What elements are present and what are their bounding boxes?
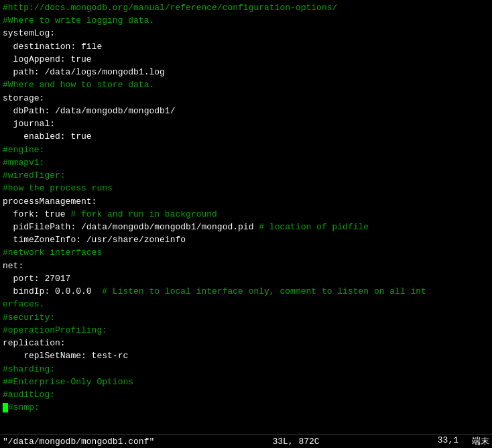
line-4: destination: file [3, 40, 489, 53]
status-cursor-position: 33,1 [438, 435, 458, 447]
line-13: #mmapv1: [3, 156, 489, 169]
line-22: port: 27017 [3, 272, 489, 285]
line-12: #engine: [3, 144, 489, 156]
line-15: #how the process runs [3, 182, 489, 194]
line-5: logAppend: true [3, 53, 489, 66]
line-27: replication: [3, 337, 489, 349]
line-18: pidFilePath: /data/mongodb/mongodb1/mong… [3, 221, 489, 233]
line-3: systemLog: [3, 27, 489, 40]
status-right-group: 33,1 端末 [438, 435, 489, 447]
line-11: enabled: true [3, 130, 489, 143]
status-mode: 端末 [472, 435, 489, 447]
line-21: net: [3, 260, 489, 272]
line-9: dbPath: /data/mongodb/mongodb1/ [3, 105, 489, 117]
line-2: #Where to write logging data. [3, 14, 489, 27]
line-32: #snmp: [3, 401, 489, 414]
line-19: timeZoneInfo: /usr/share/zoneinfo [3, 233, 489, 246]
line-7: #Where and how to store data. [3, 78, 489, 91]
line-29: #sharding: [3, 363, 489, 376]
status-bar: "/data/mongodb/mongodb1.conf" 33L, 872C … [0, 434, 492, 448]
line-14: #wiredTiger: [3, 169, 489, 182]
line-10: journal: [3, 117, 489, 130]
line-6: path: /data/logs/mongodb1.log [3, 66, 489, 78]
line-8: storage: [3, 92, 489, 105]
line-1: #http://docs.mongodb.org/manual/referenc… [3, 1, 489, 14]
status-lines-chars: 33L, 872C [272, 437, 319, 447]
editor-content[interactable]: #http://docs.mongodb.org/manual/referenc… [0, 0, 492, 434]
line-23: bindIp: 0.0.0.0 # Listen to local interf… [3, 285, 489, 298]
line-30: ##Enterprise-Only Options [3, 376, 489, 388]
editor-window: #http://docs.mongodb.org/manual/referenc… [0, 0, 492, 448]
line-20: #network interfaces [3, 246, 489, 259]
status-filename: "/data/mongodb/mongodb1.conf" [3, 437, 154, 447]
line-31: #auditLog: [3, 388, 489, 401]
line-16: processManagement: [3, 195, 489, 208]
line-25: #security: [3, 311, 489, 324]
line-26: #operationProfiling: [3, 324, 489, 337]
line-28: replSetName: test-rc [3, 349, 489, 362]
line-17: fork: true # fork and run in background [3, 208, 489, 221]
line-24: erfaces. [3, 298, 489, 311]
